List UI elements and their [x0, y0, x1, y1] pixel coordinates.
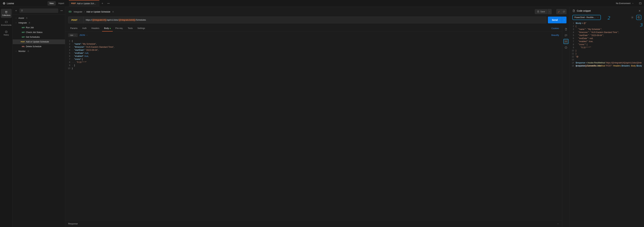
- tab-prereq[interactable]: Pre-req.: [114, 25, 125, 31]
- save-button-group: Save: [535, 9, 552, 14]
- import-button[interactable]: Import: [56, 1, 66, 5]
- tree-label: Check Job Status: [26, 31, 42, 33]
- breadcrumbs: HTTP Integrate / Add or Update Schedule …: [65, 7, 570, 16]
- tab-body-indicator: [110, 28, 111, 29]
- method-select[interactable]: POST: [68, 17, 84, 23]
- tree-folder[interactable]: Integrate: [13, 20, 65, 25]
- snippet-code[interactable]: 123456789101112131415 $body = @"{ `"name…: [570, 22, 644, 227]
- tree-request[interactable]: GETCheck Job Status: [13, 30, 65, 35]
- tab-params[interactable]: Params: [68, 25, 80, 31]
- url-input[interactable]: https://{{IntegrateUrl}}/api/v1/Jobs/{{I…: [84, 17, 546, 23]
- save-button[interactable]: Save: [535, 9, 547, 14]
- cookies-link[interactable]: Cookies: [552, 25, 559, 31]
- json-editor[interactable]: 12345678910 {····"name": "My Schedule",·…: [65, 39, 562, 221]
- side-info-button[interactable]: [564, 45, 568, 50]
- http-badge-icon: HTTP: [68, 10, 72, 13]
- body-format-label: JSON: [80, 34, 85, 36]
- body-mode-select[interactable]: raw: [68, 33, 78, 37]
- comment-icon: [563, 10, 565, 13]
- tree-label: Integrate: [18, 22, 27, 24]
- sidebar-filter-input[interactable]: [20, 8, 58, 13]
- edit-button[interactable]: [556, 9, 562, 14]
- snippet-settings-button[interactable]: [630, 15, 635, 20]
- method-label: POST: [72, 19, 77, 21]
- svg-point-9: [62, 10, 62, 11]
- side-code-button[interactable]: [564, 39, 568, 44]
- url-seg-1: /api/v1/Jobs/: [107, 19, 118, 21]
- svg-text:HTTP: HTTP: [69, 11, 71, 12]
- tree-folder[interactable]: Assist: [13, 16, 65, 20]
- sidebar-more-button[interactable]: [60, 9, 64, 13]
- body-format-select[interactable]: JSON: [80, 34, 88, 36]
- editor-gutter: 12345678910: [65, 39, 72, 220]
- svg-point-1: [108, 3, 108, 3]
- tab-headers[interactable]: Headers: [89, 25, 102, 31]
- app-name: Loome: [7, 2, 14, 5]
- method-badge: DEL: [20, 46, 25, 47]
- env-quicklook-button[interactable]: [638, 1, 643, 6]
- tab-settings[interactable]: Settings: [136, 25, 147, 31]
- tree-request[interactable]: GETRun Job: [13, 25, 65, 30]
- document-icon: [572, 9, 575, 12]
- tab-body[interactable]: Body: [102, 25, 113, 31]
- chevron-down-icon: [79, 19, 80, 21]
- svg-rect-4: [639, 2, 641, 4]
- tree-label: Monitor: [18, 50, 26, 52]
- sidebar-add-button[interactable]: [14, 9, 18, 13]
- topbar: Loome New Import POST Add or Update Sche…: [0, 0, 644, 7]
- chevron-down-icon: [564, 19, 565, 21]
- open-tab[interactable]: POST Add or Update Schedule: [69, 0, 99, 6]
- comment-button[interactable]: [562, 9, 566, 14]
- send-button[interactable]: Send: [548, 16, 562, 23]
- comment-icon: [564, 34, 567, 37]
- add-tab-button[interactable]: [99, 0, 106, 6]
- ellipsis-icon: [107, 2, 110, 5]
- crumb-collection[interactable]: Integrate: [74, 10, 82, 13]
- collections-icon: [5, 11, 8, 14]
- side-comment-button[interactable]: [564, 33, 568, 38]
- url-scheme: https://: [86, 19, 92, 21]
- save-caret-button[interactable]: [548, 9, 552, 14]
- snippet-language-select[interactable]: PowerShell - RestMet…: [572, 15, 601, 20]
- beautify-button[interactable]: Beautify: [552, 34, 559, 36]
- side-docs-button[interactable]: [564, 27, 568, 32]
- url-var-2: {{IntegrateJobId}}: [118, 19, 136, 21]
- tab-overflow-button[interactable]: [106, 0, 112, 6]
- chevron-down-icon: [597, 16, 599, 18]
- lock-icon: [27, 50, 29, 53]
- tab-tests[interactable]: Tests: [126, 25, 135, 31]
- environment-label: No Environment: [616, 2, 630, 4]
- crumb-request[interactable]: Add or Update Schedule: [86, 10, 110, 13]
- snippet-gutter: 123456789101112131415: [570, 22, 576, 226]
- body-options-row: raw JSON Beautify: [65, 32, 562, 39]
- rail-collections[interactable]: Collections: [1, 9, 12, 18]
- eye-panel-icon: [639, 2, 642, 5]
- left-rail: Collections Environments History: [0, 7, 13, 227]
- copy-icon: [638, 16, 640, 19]
- snippet-close-button[interactable]: [638, 9, 641, 12]
- request-tabs: Params Auth Headers Body Pre-req. Tests …: [65, 25, 562, 32]
- tab-auth[interactable]: Auth: [80, 25, 89, 31]
- tree-folder[interactable]: Monitor: [13, 49, 65, 54]
- save-icon: [537, 10, 540, 13]
- tree-label: Delete Schedule: [26, 45, 42, 48]
- globe-icon: [3, 2, 6, 5]
- method-badge: GET: [20, 31, 25, 33]
- tree-request[interactable]: GETGet Schedules: [13, 35, 65, 39]
- snippet-copy-button[interactable]: [636, 15, 641, 20]
- svg-rect-12: [28, 51, 29, 52]
- close-icon: [638, 9, 641, 12]
- snippet-controls: PowerShell - RestMet…: [570, 15, 644, 22]
- rail-environments[interactable]: Environments: [1, 19, 12, 28]
- rail-history[interactable]: History: [1, 28, 12, 37]
- new-button[interactable]: New: [48, 1, 56, 5]
- tree-label: Assist: [18, 17, 24, 19]
- body-mode-label: raw: [70, 34, 73, 36]
- request-panel: HTTP Integrate / Add or Update Schedule …: [65, 7, 570, 227]
- environment-select[interactable]: No Environment: [613, 1, 636, 5]
- response-panel[interactable]: Response: [65, 221, 562, 227]
- tree-request[interactable]: DELDelete Schedule: [13, 44, 65, 49]
- chevron-down-icon: [74, 34, 76, 36]
- tree-request[interactable]: POSTAdd or Update Schedule: [13, 39, 65, 44]
- send-caret-button[interactable]: [562, 16, 566, 23]
